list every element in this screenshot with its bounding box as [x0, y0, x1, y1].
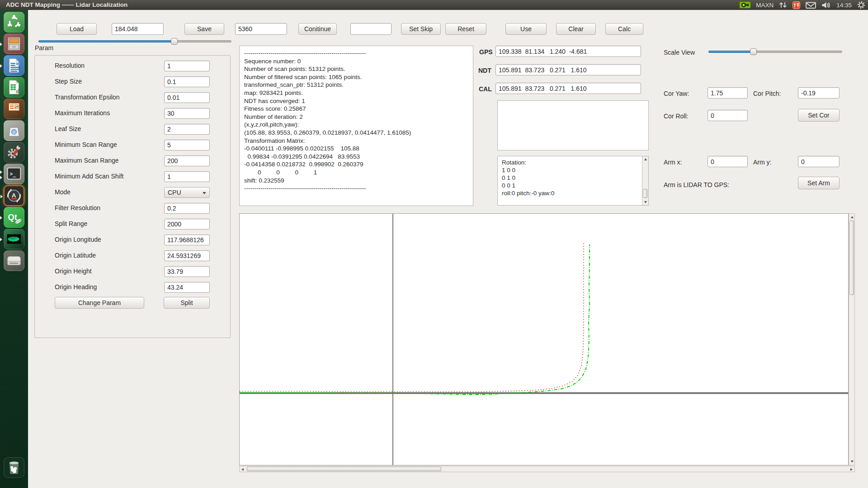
dock-item-terminal[interactable]: >_	[4, 164, 24, 184]
split-button[interactable]: Split	[164, 297, 210, 309]
param-label-origin-heading: Origin Heading	[55, 283, 97, 291]
dock-item-disk-utility[interactable]	[4, 250, 24, 271]
plot-vscroll-thumb[interactable]	[849, 221, 854, 295]
reset-button[interactable]: Reset	[445, 23, 486, 35]
param-field-leaf-size[interactable]	[164, 124, 210, 135]
plot-hscrollbar[interactable]	[239, 466, 855, 472]
plot-vscrollbar[interactable]	[849, 213, 855, 465]
running-indicator-icon	[0, 42, 2, 46]
save-value-field[interactable]	[235, 23, 287, 35]
set-arm-button[interactable]: Set Arm	[798, 177, 840, 189]
cal-pose-field[interactable]	[495, 83, 641, 94]
gpu-mode-label[interactable]: MAXN	[756, 2, 774, 9]
dock-item-qt-creator[interactable]: Qt	[4, 207, 24, 228]
rotation-text: Rotation: 1 0 0 0 1 0 0 0 1 roll:0 pitch…	[498, 156, 648, 205]
rotation-scroll-down-icon[interactable]	[644, 201, 647, 203]
dock-item-trash[interactable]	[4, 457, 24, 478]
lidar-viewer-icon	[4, 229, 24, 249]
disk-utility-icon	[4, 251, 24, 271]
param-field-filter-resolution[interactable]	[164, 203, 210, 214]
set-skip-button[interactable]: Set Skip	[401, 23, 441, 35]
trajectory-plot-canvas[interactable]	[239, 213, 849, 465]
dock-item-adc-ndt-app[interactable]: A	[4, 185, 24, 206]
set-cor-button[interactable]: Set Cor	[798, 109, 840, 122]
rotation-scroll-thumb[interactable]	[643, 189, 647, 198]
adc-ndt-app-icon: A	[5, 186, 24, 206]
ndt-pose-field[interactable]	[495, 64, 641, 75]
param-field-origin-longitude[interactable]	[164, 235, 210, 245]
info-empty-pane[interactable]	[497, 100, 649, 150]
continue-value-field[interactable]	[350, 23, 392, 35]
gps-pose-field[interactable]	[495, 46, 641, 57]
plot-hscroll-thumb[interactable]	[247, 467, 441, 471]
dock-item-libreoffice-impress[interactable]	[4, 99, 24, 119]
param-field-origin-height[interactable]	[164, 266, 210, 277]
libreoffice-writer-icon	[4, 56, 24, 75]
dock-item-system-settings[interactable]	[4, 142, 24, 163]
param-mode-select[interactable]: CPU	[164, 187, 210, 198]
frame-slider[interactable]	[38, 38, 231, 44]
arm-x-field[interactable]	[708, 156, 748, 167]
param-label-maximum-iterations: Maximum Iterations	[55, 109, 110, 117]
arm-y-field[interactable]	[798, 156, 840, 167]
cor-pitch-field[interactable]	[798, 87, 840, 99]
dock-item-libreoffice-calc[interactable]	[4, 77, 24, 98]
plot-scroll-down-icon[interactable]	[851, 460, 854, 463]
param-field-minimum-scan-range[interactable]	[164, 140, 210, 150]
param-group: ResolutionStep SizeTransformation Epsilo…	[34, 55, 231, 338]
param-label-leaf-size: Leaf Size	[55, 125, 81, 132]
scale-view-handle[interactable]	[750, 48, 757, 55]
rotation-pane[interactable]: Rotation: 1 0 0 0 1 0 0 0 1 roll:0 pitch…	[497, 156, 649, 206]
param-field-maximum-iterations[interactable]	[164, 108, 210, 119]
param-label-origin-longitude: Origin Longitude	[55, 236, 101, 243]
ndt-label: NDT	[478, 67, 491, 74]
mail-icon[interactable]	[806, 1, 816, 9]
rotation-scroll-up-icon[interactable]	[644, 158, 647, 160]
cor-yaw-field[interactable]	[708, 87, 748, 99]
save-button[interactable]: Save	[184, 23, 224, 35]
change-param-button[interactable]: Change Param	[55, 297, 144, 309]
scale-view-slider[interactable]	[708, 48, 842, 55]
plot-scroll-up-icon[interactable]	[851, 216, 854, 218]
running-indicator-icon	[0, 170, 2, 174]
ndt-log-pane[interactable]: ----------------------------------------…	[239, 46, 473, 206]
param-group-title: Param	[35, 44, 53, 52]
cal-label: CAL	[479, 85, 492, 93]
updown-arrows-icon[interactable]	[779, 1, 787, 9]
use-button[interactable]: Use	[505, 23, 547, 35]
cor-roll-label: Cor Roll:	[664, 113, 688, 120]
trash-icon	[4, 458, 24, 478]
cor-roll-field[interactable]	[708, 110, 748, 121]
load-value-field[interactable]	[112, 23, 164, 35]
param-field-transformation-epsilon[interactable]	[164, 92, 210, 103]
plot-scroll-left-icon[interactable]	[241, 468, 244, 471]
clock-label[interactable]: 14:35	[836, 2, 852, 9]
clear-button[interactable]: Clear	[556, 23, 596, 35]
pinyin-input-icon[interactable]	[793, 1, 800, 9]
load-button[interactable]: Load	[57, 23, 97, 35]
param-field-step-size[interactable]	[164, 76, 210, 87]
frame-slider-handle[interactable]	[171, 38, 178, 45]
param-field-maximum-scan-range[interactable]	[164, 155, 210, 166]
rotation-scrollbar[interactable]	[642, 156, 648, 205]
param-field-resolution[interactable]	[164, 61, 210, 71]
dock-item-libreoffice-writer[interactable]	[4, 55, 24, 76]
terminal-icon: >_	[4, 164, 24, 184]
file-manager-icon	[4, 34, 24, 54]
param-label-origin-latitude: Origin Latitude	[55, 252, 96, 259]
dock-item-file-manager[interactable]	[4, 33, 24, 54]
param-field-origin-heading[interactable]	[164, 282, 210, 293]
param-field-minimum-add-scan-shift[interactable]	[164, 171, 210, 182]
nvidia-icon[interactable]	[740, 1, 750, 9]
dock-item-ubuntu-software[interactable]	[4, 120, 24, 141]
param-label-filter-resolution: Filter Resolution	[55, 204, 100, 211]
dock-item-ubuntu-dash[interactable]	[4, 12, 24, 33]
param-field-split-range[interactable]	[164, 219, 210, 230]
plot-scroll-right-icon[interactable]	[850, 468, 853, 471]
volume-icon[interactable]	[821, 1, 831, 9]
calc-button[interactable]: Calc	[605, 23, 643, 35]
session-gear-icon[interactable]	[857, 1, 865, 9]
param-field-origin-latitude[interactable]	[164, 250, 210, 261]
continue-button[interactable]: Conitinue	[298, 23, 337, 35]
dock-item-lidar-viewer[interactable]	[4, 229, 24, 249]
